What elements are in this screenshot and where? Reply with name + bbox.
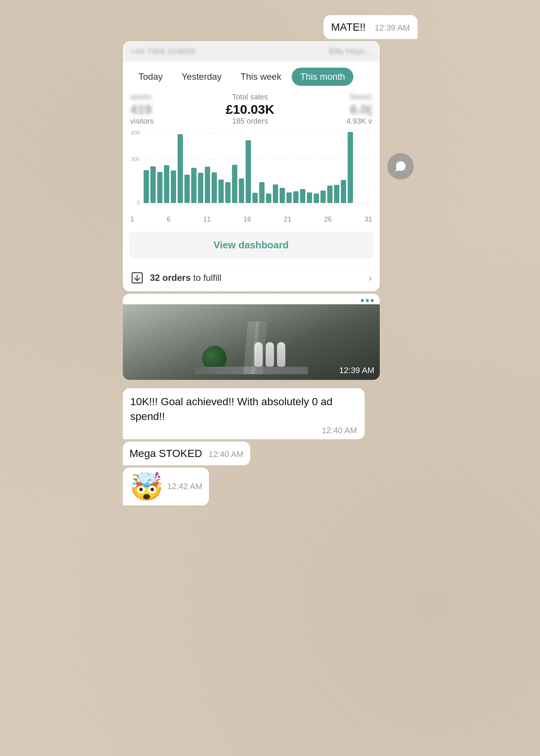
mate-message: MATE!! 12:39 AM bbox=[323, 15, 417, 39]
svg-rect-18 bbox=[218, 180, 224, 203]
svg-rect-21 bbox=[239, 178, 244, 203]
mega-stoked-text: Mega STOKED bbox=[130, 448, 202, 459]
svg-rect-34 bbox=[327, 186, 333, 203]
bowling-pin-1 bbox=[277, 342, 285, 367]
svg-rect-37 bbox=[348, 132, 353, 203]
svg-rect-30 bbox=[300, 189, 305, 203]
dashboard-card: +44 7465 318839 Billy Hayc... Today Yest… bbox=[123, 41, 380, 291]
emoji-time-wrapper: 12:42 AM bbox=[167, 482, 203, 491]
svg-rect-25 bbox=[266, 194, 271, 203]
svg-rect-9 bbox=[157, 172, 162, 203]
svg-rect-12 bbox=[178, 134, 183, 203]
card-topbar: +44 7465 318839 Billy Hayc... bbox=[123, 41, 380, 62]
dot-3 bbox=[371, 299, 374, 302]
orders-count: 32 orders bbox=[150, 273, 191, 283]
svg-rect-8 bbox=[150, 166, 156, 203]
svg-rect-31 bbox=[307, 192, 312, 203]
svg-rect-20 bbox=[232, 165, 237, 203]
media-card: 12:39 AM bbox=[123, 294, 380, 380]
bowling-pin-2 bbox=[266, 342, 274, 367]
x-label-1: 1 bbox=[130, 215, 134, 223]
orders-icon bbox=[130, 271, 144, 285]
x-label-6: 6 bbox=[167, 215, 170, 223]
svg-rect-35 bbox=[334, 185, 339, 203]
mate-text: MATE!! bbox=[331, 20, 365, 34]
svg-rect-14 bbox=[191, 168, 197, 203]
orders-text: 32 orders to fulfill bbox=[150, 273, 363, 283]
tabs-row: Today Yesterday This week This month bbox=[123, 62, 380, 90]
svg-text:600: 600 bbox=[131, 130, 140, 136]
stat-total-sales: Total sales £10.03K 185 orders bbox=[226, 93, 274, 125]
svg-text:300: 300 bbox=[131, 156, 140, 162]
orders-row[interactable]: 32 orders to fulfill › bbox=[123, 264, 380, 291]
svg-rect-11 bbox=[171, 170, 176, 203]
svg-text:0: 0 bbox=[137, 200, 140, 206]
svg-rect-16 bbox=[205, 167, 210, 203]
svg-rect-23 bbox=[252, 193, 258, 203]
svg-rect-24 bbox=[259, 182, 265, 203]
svg-rect-19 bbox=[225, 182, 231, 203]
svg-rect-32 bbox=[314, 194, 319, 203]
chat-container: MATE!! 12:39 AM +44 7465 318839 Billy Ha… bbox=[123, 15, 418, 505]
svg-rect-22 bbox=[246, 140, 251, 203]
svg-rect-33 bbox=[320, 191, 326, 203]
stat-right-sub: 4.93K v bbox=[347, 117, 372, 125]
emoji-icon: 🤯 bbox=[130, 473, 164, 500]
mega-stoked-time: 12:40 AM bbox=[208, 449, 243, 459]
tab-yesterday[interactable]: Yesterday bbox=[173, 68, 230, 86]
x-label-26: 26 bbox=[324, 215, 332, 223]
x-label-31: 31 bbox=[364, 215, 372, 223]
tab-this-month[interactable]: This month bbox=[292, 68, 353, 86]
stat-sales-value: £10.03K bbox=[226, 102, 274, 117]
orders-suffix: to fulfill bbox=[193, 273, 221, 283]
svg-rect-27 bbox=[280, 188, 285, 203]
x-label-21: 21 bbox=[284, 215, 291, 223]
media-time: 12:39 AM bbox=[339, 366, 374, 375]
tab-today[interactable]: Today bbox=[130, 68, 171, 86]
topbar-phone: +44 7465 318839 bbox=[130, 46, 195, 56]
stat-sessions: ssions 419 visitors bbox=[130, 93, 154, 125]
achievement-time: 12:40 AM bbox=[130, 426, 357, 435]
stat-sales-label: Total sales bbox=[232, 93, 268, 101]
view-dashboard-button[interactable]: View dashboard bbox=[129, 232, 374, 259]
svg-rect-28 bbox=[286, 192, 292, 203]
tab-this-week[interactable]: This week bbox=[232, 68, 289, 86]
forward-button[interactable] bbox=[387, 153, 414, 180]
dots-menu[interactable] bbox=[123, 294, 380, 304]
mega-stoked-message: Mega STOKED 12:40 AM bbox=[123, 442, 251, 465]
mate-time: 12:39 AM bbox=[375, 23, 410, 33]
stat-sales-sub: 185 orders bbox=[232, 117, 268, 125]
stat-sessions-right: Sessic 6.0( 4.93K v bbox=[347, 93, 372, 125]
chart-container: 600 300 0 bbox=[123, 125, 380, 214]
stat-sessions-label: ssions bbox=[130, 93, 152, 101]
svg-rect-10 bbox=[164, 165, 169, 203]
media-image: 12:39 AM bbox=[123, 304, 380, 380]
svg-rect-36 bbox=[341, 180, 346, 203]
dot-2 bbox=[366, 299, 369, 302]
emoji-message: 🤯 12:42 AM bbox=[123, 468, 209, 505]
achievement-message: 10K!!! Goal achieved!! With absolutely 0… bbox=[123, 388, 365, 439]
stat-right-value: 6.0( bbox=[350, 102, 372, 117]
x-label-16: 16 bbox=[243, 215, 251, 223]
svg-rect-29 bbox=[293, 191, 299, 203]
stat-sessions-value: 419 bbox=[130, 102, 152, 117]
orders-chevron-icon[interactable]: › bbox=[369, 272, 372, 284]
svg-rect-17 bbox=[212, 172, 217, 203]
stats-row: ssions 419 visitors Total sales £10.03K … bbox=[123, 90, 380, 125]
forward-icon bbox=[394, 160, 407, 173]
svg-rect-15 bbox=[198, 173, 203, 203]
svg-rect-26 bbox=[273, 184, 278, 203]
stat-right-label: Sessic bbox=[350, 93, 372, 101]
x-label-11: 11 bbox=[203, 215, 211, 223]
dashboard-card-wrapper: +44 7465 318839 Billy Hayc... Today Yest… bbox=[123, 41, 380, 291]
svg-rect-7 bbox=[144, 170, 149, 203]
emoji-time: 12:42 AM bbox=[167, 482, 203, 491]
chart-x-labels: 1 6 11 16 21 26 31 bbox=[123, 214, 380, 228]
stat-sessions-sub: visitors bbox=[130, 117, 154, 125]
topbar-name: Billy Hayc... bbox=[329, 46, 372, 56]
dot-1 bbox=[361, 299, 364, 302]
achievement-text: 10K!!! Goal achieved!! With absolutely 0… bbox=[130, 396, 333, 422]
bar-chart: 600 300 0 bbox=[130, 129, 372, 212]
svg-rect-13 bbox=[184, 175, 190, 203]
